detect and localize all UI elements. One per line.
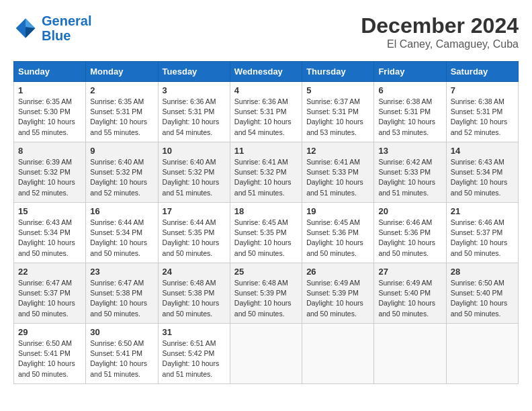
calendar-day-cell: 13 Sunrise: 6:42 AMSunset: 5:33 PMDaylig… xyxy=(374,142,446,203)
calendar-day-cell: 28 Sunrise: 6:50 AMSunset: 5:40 PMDaylig… xyxy=(446,263,518,324)
logo-icon xyxy=(13,16,38,40)
day-info: Sunrise: 6:47 AMSunset: 5:38 PMDaylight:… xyxy=(90,278,153,319)
day-number: 23 xyxy=(90,267,153,277)
day-info: Sunrise: 6:41 AMSunset: 5:33 PMDaylight:… xyxy=(306,157,369,198)
day-info: Sunrise: 6:50 AMSunset: 5:40 PMDaylight:… xyxy=(451,278,514,319)
calendar-day-cell: 19 Sunrise: 6:45 AMSunset: 5:36 PMDaylig… xyxy=(302,203,374,263)
calendar-day-cell: 25 Sunrise: 6:48 AMSunset: 5:39 PMDaylig… xyxy=(230,263,302,324)
calendar-day-cell: 31 Sunrise: 6:51 AMSunset: 5:42 PMDaylig… xyxy=(158,324,230,384)
calendar-day-cell: 6 Sunrise: 6:38 AMSunset: 5:31 PMDayligh… xyxy=(374,82,446,142)
day-info: Sunrise: 6:50 AMSunset: 5:41 PMDaylight:… xyxy=(18,338,81,379)
day-info: Sunrise: 6:35 AMSunset: 5:31 PMDaylight:… xyxy=(90,97,153,138)
calendar-day-cell: 10 Sunrise: 6:40 AMSunset: 5:32 PMDaylig… xyxy=(158,142,230,203)
calendar-day-cell: 24 Sunrise: 6:48 AMSunset: 5:38 PMDaylig… xyxy=(158,263,230,324)
calendar-table: SundayMondayTuesdayWednesdayThursdayFrid… xyxy=(13,61,519,384)
calendar-day-cell: 5 Sunrise: 6:37 AMSunset: 5:31 PMDayligh… xyxy=(302,82,374,142)
calendar-day-cell: 23 Sunrise: 6:47 AMSunset: 5:38 PMDaylig… xyxy=(86,263,158,324)
day-info: Sunrise: 6:49 AMSunset: 5:39 PMDaylight:… xyxy=(306,278,369,319)
day-number: 7 xyxy=(451,85,514,95)
calendar-day-cell: 8 Sunrise: 6:39 AMSunset: 5:32 PMDayligh… xyxy=(14,142,86,203)
weekday-header: Thursday xyxy=(302,62,374,82)
day-number: 14 xyxy=(451,146,514,156)
calendar-week-row: 22 Sunrise: 6:47 AMSunset: 5:37 PMDaylig… xyxy=(14,263,519,324)
calendar-week-row: 8 Sunrise: 6:39 AMSunset: 5:32 PMDayligh… xyxy=(14,142,519,203)
day-number: 12 xyxy=(306,146,369,156)
day-info: Sunrise: 6:45 AMSunset: 5:36 PMDaylight:… xyxy=(306,218,369,259)
day-info: Sunrise: 6:39 AMSunset: 5:32 PMDaylight:… xyxy=(18,157,81,198)
day-info: Sunrise: 6:43 AMSunset: 5:34 PMDaylight:… xyxy=(18,218,81,259)
svg-marker-1 xyxy=(26,19,35,28)
calendar-day-cell: 22 Sunrise: 6:47 AMSunset: 5:37 PMDaylig… xyxy=(14,263,86,324)
weekday-header: Saturday xyxy=(446,62,518,82)
weekday-header: Friday xyxy=(374,62,446,82)
day-number: 19 xyxy=(306,206,369,216)
day-number: 29 xyxy=(18,327,81,337)
day-number: 21 xyxy=(451,206,514,216)
day-info: Sunrise: 6:40 AMSunset: 5:32 PMDaylight:… xyxy=(163,157,226,198)
day-info: Sunrise: 6:38 AMSunset: 5:31 PMDaylight:… xyxy=(451,97,514,138)
day-number: 11 xyxy=(234,146,298,156)
day-number: 26 xyxy=(306,267,369,277)
calendar-day-cell: 3 Sunrise: 6:36 AMSunset: 5:31 PMDayligh… xyxy=(158,82,230,142)
calendar-day-cell: 14 Sunrise: 6:43 AMSunset: 5:34 PMDaylig… xyxy=(446,142,518,203)
day-number: 17 xyxy=(163,206,226,216)
day-info: Sunrise: 6:44 AMSunset: 5:34 PMDaylight:… xyxy=(90,218,153,259)
calendar-day-cell: 11 Sunrise: 6:41 AMSunset: 5:32 PMDaylig… xyxy=(230,142,302,203)
weekday-header: Wednesday xyxy=(230,62,302,82)
calendar-day-cell: 29 Sunrise: 6:50 AMSunset: 5:41 PMDaylig… xyxy=(14,324,86,384)
calendar-day-cell: 18 Sunrise: 6:45 AMSunset: 5:35 PMDaylig… xyxy=(230,203,302,263)
day-info: Sunrise: 6:46 AMSunset: 5:36 PMDaylight:… xyxy=(378,218,441,259)
calendar-day-cell: 2 Sunrise: 6:35 AMSunset: 5:31 PMDayligh… xyxy=(86,82,158,142)
day-number: 2 xyxy=(90,85,153,95)
day-number: 9 xyxy=(90,146,153,156)
day-number: 18 xyxy=(234,206,298,216)
location: El Caney, Camaguey, Cuba xyxy=(361,38,519,50)
calendar-day-cell: 16 Sunrise: 6:44 AMSunset: 5:34 PMDaylig… xyxy=(86,203,158,263)
svg-marker-2 xyxy=(26,27,35,38)
calendar-week-row: 1 Sunrise: 6:35 AMSunset: 5:30 PMDayligh… xyxy=(14,82,519,142)
day-number: 24 xyxy=(163,267,226,277)
calendar-day-cell: 20 Sunrise: 6:46 AMSunset: 5:36 PMDaylig… xyxy=(374,203,446,263)
day-number: 13 xyxy=(378,146,441,156)
weekday-header: Sunday xyxy=(14,62,86,82)
day-number: 8 xyxy=(18,146,81,156)
day-number: 25 xyxy=(234,267,298,277)
weekday-header: Monday xyxy=(86,62,158,82)
calendar-day-cell: 21 Sunrise: 6:46 AMSunset: 5:37 PMDaylig… xyxy=(446,203,518,263)
calendar-day-cell: 26 Sunrise: 6:49 AMSunset: 5:39 PMDaylig… xyxy=(302,263,374,324)
day-number: 30 xyxy=(90,327,153,337)
weekday-row: SundayMondayTuesdayWednesdayThursdayFrid… xyxy=(14,62,519,82)
day-number: 1 xyxy=(18,85,81,95)
logo-text: General Blue xyxy=(42,13,91,43)
calendar-day-cell: 17 Sunrise: 6:44 AMSunset: 5:35 PMDaylig… xyxy=(158,203,230,263)
calendar-day-cell: 27 Sunrise: 6:49 AMSunset: 5:40 PMDaylig… xyxy=(374,263,446,324)
day-number: 27 xyxy=(378,267,441,277)
title-block: December 2024 El Caney, Camaguey, Cuba xyxy=(361,13,519,50)
day-number: 16 xyxy=(90,206,153,216)
day-info: Sunrise: 6:40 AMSunset: 5:32 PMDaylight:… xyxy=(90,157,153,198)
page-header: General Blue December 2024 El Caney, Cam… xyxy=(13,13,519,50)
day-info: Sunrise: 6:42 AMSunset: 5:33 PMDaylight:… xyxy=(378,157,441,198)
calendar-week-row: 29 Sunrise: 6:50 AMSunset: 5:41 PMDaylig… xyxy=(14,324,519,384)
calendar-day-cell xyxy=(446,324,518,384)
logo: General Blue xyxy=(13,13,91,43)
day-info: Sunrise: 6:46 AMSunset: 5:37 PMDaylight:… xyxy=(451,218,514,259)
calendar-day-cell: 4 Sunrise: 6:36 AMSunset: 5:31 PMDayligh… xyxy=(230,82,302,142)
day-info: Sunrise: 6:48 AMSunset: 5:38 PMDaylight:… xyxy=(163,278,226,319)
day-info: Sunrise: 6:49 AMSunset: 5:40 PMDaylight:… xyxy=(378,278,441,319)
day-info: Sunrise: 6:35 AMSunset: 5:30 PMDaylight:… xyxy=(18,97,81,138)
month-title: December 2024 xyxy=(361,13,519,38)
calendar-day-cell: 30 Sunrise: 6:50 AMSunset: 5:41 PMDaylig… xyxy=(86,324,158,384)
day-number: 15 xyxy=(18,206,81,216)
day-info: Sunrise: 6:45 AMSunset: 5:35 PMDaylight:… xyxy=(234,218,298,259)
calendar-day-cell: 15 Sunrise: 6:43 AMSunset: 5:34 PMDaylig… xyxy=(14,203,86,263)
calendar-day-cell: 12 Sunrise: 6:41 AMSunset: 5:33 PMDaylig… xyxy=(302,142,374,203)
calendar-day-cell: 7 Sunrise: 6:38 AMSunset: 5:31 PMDayligh… xyxy=(446,82,518,142)
calendar-day-cell xyxy=(374,324,446,384)
day-number: 20 xyxy=(378,206,441,216)
day-number: 28 xyxy=(451,267,514,277)
day-info: Sunrise: 6:50 AMSunset: 5:41 PMDaylight:… xyxy=(90,338,153,379)
day-info: Sunrise: 6:36 AMSunset: 5:31 PMDaylight:… xyxy=(234,97,298,138)
day-info: Sunrise: 6:37 AMSunset: 5:31 PMDaylight:… xyxy=(306,97,369,138)
day-info: Sunrise: 6:36 AMSunset: 5:31 PMDaylight:… xyxy=(163,97,226,138)
